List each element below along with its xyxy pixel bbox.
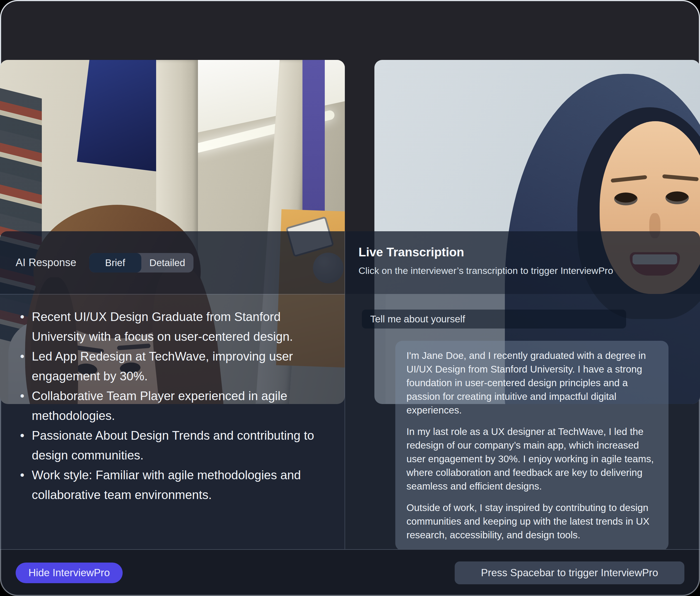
ai-response-content: Recent UI/UX Design Graduate from Stanfo… bbox=[0, 294, 345, 549]
eye bbox=[666, 191, 689, 204]
ai-response-panel: AI Response Brief Detailed bbox=[0, 231, 345, 549]
response-bullet-item: Recent UI/UX Design Graduate from Stanfo… bbox=[20, 307, 325, 346]
eye bbox=[614, 192, 638, 205]
eyebrow bbox=[662, 174, 699, 181]
response-mode-option[interactable]: Detailed bbox=[141, 253, 194, 273]
response-paragraph: In my last role as a UX designer at Tech… bbox=[406, 425, 657, 493]
app-window: AI Response Brief Detailed bbox=[0, 0, 700, 596]
response-bullet-item: Collaborative Team Player experienced in… bbox=[20, 386, 325, 425]
overlay-main: AI Response Brief Detailed bbox=[0, 231, 700, 549]
interviewer-message-chip[interactable]: Tell me about yourself bbox=[362, 310, 626, 329]
response-bullet-item: Passionate About Design Trends and contr… bbox=[20, 425, 325, 465]
eyebrow bbox=[611, 175, 647, 183]
candidate-response-bubble: I'm Jane Doe, and I recently graduated w… bbox=[395, 341, 669, 549]
transcription-header: Live Transcription Click on the intervie… bbox=[345, 231, 700, 294]
response-paragraph: I'm Jane Doe, and I recently graduated w… bbox=[406, 348, 657, 417]
footer-bar: Hide InterviewPro Press Spacebar to trig… bbox=[0, 549, 700, 596]
response-bullet-list: Recent UI/UX Design Graduate from Stanfo… bbox=[20, 307, 325, 504]
live-transcription-title: Live Transcription bbox=[358, 245, 686, 259]
transcription-panel: Live Transcription Click on the intervie… bbox=[345, 231, 700, 549]
response-bullet-item: Work style: Familiar with agile methodol… bbox=[20, 465, 325, 504]
stage: AI Response Brief Detailed bbox=[0, 0, 700, 596]
response-mode-option[interactable]: Brief bbox=[89, 253, 141, 273]
response-bullet-item: Led App Redesign at TechWave, improving … bbox=[20, 346, 325, 386]
spacebar-hint: Press Spacebar to trigger InterviewPro bbox=[455, 562, 684, 584]
interviewpro-overlay: AI Response Brief Detailed bbox=[0, 231, 700, 596]
transcription-feed: Tell me about yourself I'm Jane Doe, and… bbox=[345, 294, 700, 549]
transcription-subtitle: Click on the interviewer’s transcription… bbox=[358, 265, 686, 276]
response-mode-toggle: Brief Detailed bbox=[89, 253, 194, 273]
ai-response-title: AI Response bbox=[16, 257, 76, 268]
hide-interviewpro-button[interactable]: Hide InterviewPro bbox=[16, 563, 123, 583]
response-paragraph: Outside of work, I stay inspired by cont… bbox=[406, 501, 657, 542]
ai-response-header: AI Response Brief Detailed bbox=[0, 231, 345, 294]
